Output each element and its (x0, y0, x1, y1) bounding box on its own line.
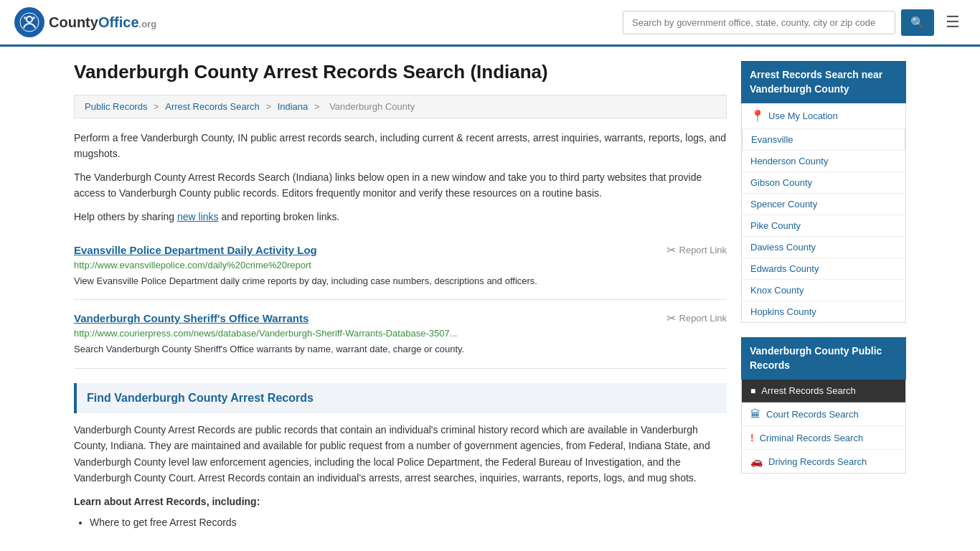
search-input[interactable] (623, 11, 895, 34)
svg-point-3 (32, 17, 35, 19)
arrest-icon: ■ (750, 386, 755, 396)
new-links-link[interactable]: new links (177, 211, 219, 222)
record-title-2[interactable]: Vanderburgh County Sheriff's Office Warr… (74, 312, 308, 324)
header: County Office .org 🔍 ☰ (0, 0, 980, 47)
find-section-header: Find Vanderburgh County Arrest Records (74, 383, 727, 413)
scissors-icon-1: ✂ (666, 243, 676, 257)
sidebar-use-location[interactable]: 📍 Use My Location (742, 103, 905, 129)
sidebar-nearby-knox[interactable]: Knox County (742, 280, 905, 301)
find-section-body: Vanderburgh County Arrest Records are pu… (74, 422, 727, 486)
sidebar-criminal-records[interactable]: ! Criminal Records Search (742, 426, 905, 450)
sidebar-nearby-list: 📍 Use My Location Evansville Henderson C… (741, 103, 906, 323)
report-link-1[interactable]: ✂ Report Link (666, 243, 727, 257)
records-list: Evansville Police Department Daily Activ… (74, 232, 727, 369)
menu-button[interactable]: ☰ (940, 10, 966, 34)
intro-p2: The Vanderburgh County Arrest Records Se… (74, 169, 727, 202)
sidebar: Arrest Records Search near Vanderburgh C… (741, 61, 906, 529)
intro-p3: Help others by sharing new links and rep… (74, 209, 727, 225)
intro-text: Perform a free Vanderburgh County, IN pu… (74, 130, 727, 225)
sidebar-driving-records[interactable]: 🚗 Driving Records Search (742, 450, 905, 473)
search-icon: 🔍 (910, 17, 925, 29)
record-url-1: http://www.evansvillepolice.com/daily%20… (74, 260, 504, 270)
sidebar-nearby-gibson[interactable]: Gibson County (742, 172, 905, 194)
content-area: Vanderburgh County Arrest Records Search… (74, 61, 727, 529)
breadcrumb: Public Records > Arrest Records Search >… (74, 95, 727, 118)
breadcrumb-sep1: > (154, 101, 161, 112)
report-link-2[interactable]: ✂ Report Link (666, 311, 727, 325)
main-container: Vanderburgh County Arrest Records Search… (60, 47, 920, 544)
sidebar-public-records-box: Vanderburgh County Public Records ■ Arre… (741, 337, 906, 474)
sidebar-nearby-box: Arrest Records Search near Vanderburgh C… (741, 61, 906, 323)
sidebar-nearby-daviess[interactable]: Daviess County (742, 237, 905, 258)
svg-point-2 (24, 17, 27, 19)
breadcrumb-sep2: > (265, 101, 273, 112)
location-pin-icon: 📍 (750, 109, 765, 123)
learn-list: Where to get free Arrest Records (74, 517, 727, 528)
driving-icon: 🚗 (750, 456, 763, 467)
record-title-row-2: Vanderburgh County Sheriff's Office Warr… (74, 311, 727, 325)
sidebar-nearby-edwards[interactable]: Edwards County (742, 258, 905, 280)
breadcrumb-sep3: > (314, 101, 322, 112)
sidebar-nearby-title: Arrest Records Search near Vanderburgh C… (741, 61, 906, 103)
record-entry-2: Vanderburgh County Sheriff's Office Warr… (74, 300, 727, 369)
sidebar-nearby-henderson[interactable]: Henderson County (742, 151, 905, 172)
breadcrumb-arrest-records[interactable]: Arrest Records Search (165, 101, 260, 112)
learn-list-item-1: Where to get free Arrest Records (90, 517, 727, 528)
search-button[interactable]: 🔍 (901, 9, 934, 36)
record-title-row-1: Evansville Police Department Daily Activ… (74, 243, 727, 257)
record-desc-1: View Evansville Police Department daily … (74, 274, 727, 288)
search-area: 🔍 ☰ (623, 9, 966, 36)
page-title: Vanderburgh County Arrest Records Search… (74, 61, 727, 83)
breadcrumb-indiana[interactable]: Indiana (278, 101, 308, 112)
criminal-icon: ! (750, 432, 754, 443)
find-section: Find Vanderburgh County Arrest Records V… (74, 383, 727, 528)
sidebar-arrest-records[interactable]: ■ Arrest Records Search (742, 380, 905, 402)
scissors-icon-2: ✂ (666, 311, 676, 325)
record-entry-1: Evansville Police Department Daily Activ… (74, 232, 727, 301)
hamburger-icon: ☰ (946, 13, 960, 31)
sidebar-public-records-list: ■ Arrest Records Search 🏛 Court Records … (741, 380, 906, 474)
sidebar-public-records-title: Vanderburgh County Public Records (741, 337, 906, 380)
sidebar-court-records[interactable]: 🏛 Court Records Search (742, 402, 905, 426)
record-title-1[interactable]: Evansville Police Department Daily Activ… (74, 244, 317, 256)
breadcrumb-public-records[interactable]: Public Records (85, 101, 147, 112)
sidebar-nearby-evansville[interactable]: Evansville (742, 129, 905, 151)
logo-text[interactable]: County Office .org (49, 14, 156, 31)
logo-icon (14, 7, 44, 37)
sidebar-nearby-spencer[interactable]: Spencer County (742, 194, 905, 215)
sidebar-nearby-pike[interactable]: Pike County (742, 215, 905, 237)
intro-p1: Perform a free Vanderburgh County, IN pu… (74, 130, 727, 162)
logo-area: County Office .org (14, 7, 156, 37)
record-desc-2: Search Vanderburgh County Sheriff's Offi… (74, 342, 727, 357)
court-icon: 🏛 (750, 408, 760, 420)
learn-heading: Learn about Arrest Records, including: (74, 494, 727, 509)
record-url-2: http://www.courierpress.com/news/databas… (74, 328, 504, 339)
breadcrumb-current: Vanderburgh County (329, 101, 415, 112)
sidebar-nearby-hopkins[interactable]: Hopkins County (742, 301, 905, 322)
